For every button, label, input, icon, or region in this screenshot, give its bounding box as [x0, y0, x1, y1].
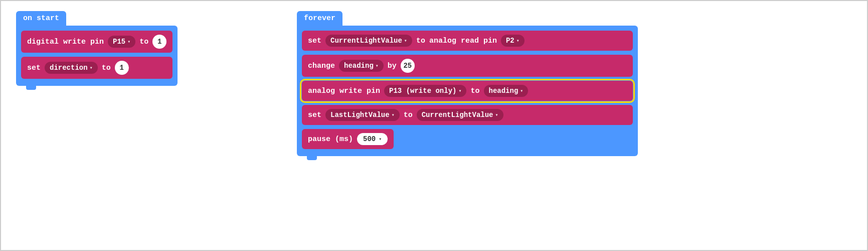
to-label-2: to	[102, 64, 111, 72]
right-block-notch	[307, 156, 317, 160]
digital-write-row: digital write pin P15 ▾ to 1	[21, 31, 172, 53]
heading-dropdown-2[interactable]: heading ▾	[484, 85, 529, 97]
by-label: by	[388, 62, 397, 70]
forever-body: set CurrentLightValue ▾ to analog read p…	[297, 26, 638, 156]
set-label-r1: set	[308, 37, 321, 45]
heading-text-1: heading	[344, 62, 374, 70]
lastlightvalue-text: LastLightValue	[330, 111, 390, 119]
pin-p15-value: P15	[113, 38, 125, 46]
to-label-1: to	[139, 38, 148, 46]
on-start-header: on start	[16, 11, 66, 26]
value-1-circle: 1	[152, 35, 166, 49]
currentlightvalue-chevron-icon: ▾	[404, 38, 407, 44]
currentlightvalue-chevron-icon-2: ▾	[495, 112, 498, 118]
change-label: change	[308, 62, 335, 70]
forever-block: forever set CurrentLightValue ▾ to analo…	[297, 11, 638, 160]
set-lastlight-row: set LastLightValue ▾ to CurrentLightValu…	[302, 105, 633, 125]
pause-row: pause (ms) 500 ▾	[302, 129, 394, 149]
lastlightvalue-chevron-icon: ▾	[392, 112, 395, 118]
currentlightvalue-text: CurrentLightValue	[330, 37, 402, 45]
on-start-body: digital write pin P15 ▾ to 1 set directi…	[16, 26, 178, 86]
direction-chevron-icon: ▾	[90, 65, 93, 71]
left-block-notch	[26, 86, 36, 90]
pause-value: 500	[363, 135, 376, 143]
currentlightvalue-dropdown[interactable]: CurrentLightValue ▾	[325, 35, 412, 47]
analog-read-label: analog read pin	[429, 37, 497, 45]
set-label-1: set	[27, 64, 41, 72]
set-direction-row: set direction ▾ to 1	[21, 57, 172, 79]
analog-write-label: analog write pin	[308, 87, 380, 95]
heading-dropdown-1[interactable]: heading ▾	[339, 60, 384, 72]
to-label-r3: to	[470, 87, 479, 95]
pause-label: pause (ms)	[308, 135, 353, 144]
currentlightvalue-dropdown-2[interactable]: CurrentLightValue ▾	[417, 109, 503, 121]
on-start-label: on start	[23, 14, 59, 23]
digital-write-label: digital write pin	[27, 38, 104, 46]
pause-value-dropdown[interactable]: 500 ▾	[357, 133, 388, 145]
lastlightvalue-dropdown[interactable]: LastLightValue ▾	[325, 109, 400, 121]
to-label-r4: to	[404, 111, 413, 119]
value-25-circle: 25	[401, 59, 415, 73]
pin-p2-dropdown[interactable]: P2 ▾	[501, 35, 525, 47]
pin-p15-chevron-icon: ▾	[127, 39, 130, 45]
value-1-circle-2: 1	[115, 61, 129, 75]
direction-dropdown[interactable]: direction ▾	[45, 62, 98, 74]
set-currentlight-row: set CurrentLightValue ▾ to analog read p…	[302, 31, 633, 51]
change-heading-row: change heading ▾ by 25	[302, 55, 633, 77]
currentlightvalue-text-2: CurrentLightValue	[422, 111, 493, 119]
main-canvas: on start digital write pin P15 ▾ to 1 se…	[0, 0, 868, 251]
direction-value: direction	[50, 64, 88, 72]
heading-chevron-icon-2: ▾	[520, 88, 523, 94]
pin-p15-dropdown[interactable]: P15 ▾	[108, 36, 135, 48]
set-label-r4: set	[308, 111, 321, 119]
to-label-r1: to	[416, 37, 425, 45]
pause-chevron-icon: ▾	[379, 136, 382, 142]
pin-p13-value: P13 (write only)	[389, 87, 456, 95]
on-start-block: on start digital write pin P15 ▾ to 1 se…	[16, 11, 178, 90]
pin-p13-dropdown[interactable]: P13 (write only) ▾	[384, 85, 466, 97]
forever-label: forever	[304, 14, 335, 23]
heading-chevron-icon-1: ▾	[376, 63, 379, 69]
heading-text-2: heading	[489, 87, 518, 95]
pin-p2-value: P2	[506, 37, 514, 45]
pin-p13-chevron-icon: ▾	[458, 88, 461, 94]
pin-p2-chevron-icon: ▾	[516, 38, 519, 44]
forever-header: forever	[297, 11, 342, 26]
analog-write-row: analog write pin P13 (write only) ▾ to h…	[302, 81, 633, 101]
